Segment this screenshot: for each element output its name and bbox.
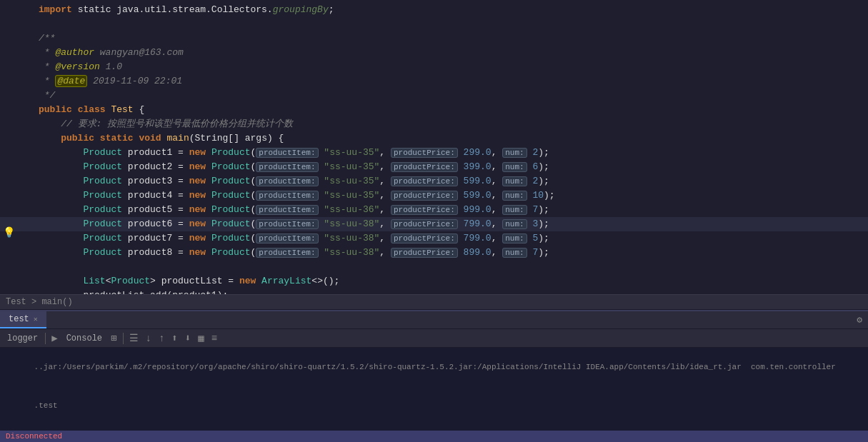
code-text: Product product6 = new Product(productIt… xyxy=(36,217,868,231)
code-line: * @date 2019-11-09 22:01 xyxy=(0,74,868,89)
code-line: /** xyxy=(0,31,868,46)
code-text: Product product2 = new Product(productIt… xyxy=(36,160,868,174)
code-text: * @date 2019-11-09 22:01 xyxy=(36,74,868,89)
code-line: public static void main(String[] args) { xyxy=(0,131,868,146)
code-line: Product product2 = new Product(productIt… xyxy=(0,160,868,174)
code-text: import static java.util.stream.Collector… xyxy=(36,3,868,17)
code-line: Product product8 = new Product(productIt… xyxy=(0,246,868,260)
run-tabs: test ✕ ⚙ xyxy=(0,311,868,329)
status-bar: Disconnected xyxy=(0,431,868,442)
code-line: Product product5 = new Product(productIt… xyxy=(0,203,868,217)
code-text: * @version 1.0 xyxy=(36,60,868,74)
clear-icon[interactable]: ☰ xyxy=(126,331,141,346)
code-line xyxy=(0,260,868,274)
run-tab-test[interactable]: test ✕ xyxy=(0,311,46,328)
code-text: Product product1 = new Product(productIt… xyxy=(36,146,868,160)
code-line: Product product4 = new Product(productIt… xyxy=(0,189,868,203)
bottom-panel: test ✕ ⚙ logger ▶ Console ⊞ ☰ ↓ ↑ ⬆ ⬇ ▦ … xyxy=(0,310,868,442)
code-text: productList.add(product1); xyxy=(36,288,868,294)
code-line-highlighted: 💡 Product product6 = new Product(product… xyxy=(0,217,868,231)
code-text: // 要求: 按照型号和该型号最低价价格分组并统计个数 xyxy=(36,117,868,131)
move-up-icon[interactable]: ⬆ xyxy=(169,331,180,346)
logger-label[interactable]: logger xyxy=(3,332,42,345)
settings-icon[interactable]: ⚙ xyxy=(851,311,868,328)
console-toolbar: logger ▶ Console ⊞ ☰ ↓ ↑ ⬆ ⬇ ▦ ≡ xyxy=(0,329,868,348)
play-icon[interactable]: ▶ xyxy=(49,331,60,346)
disconnected-status: Disconnected xyxy=(6,432,62,441)
code-line: * @author wangyan@163.com xyxy=(0,46,868,60)
code-text: List<Product> productList = new ArrayLis… xyxy=(36,274,868,288)
code-line: Product product1 = new Product(productIt… xyxy=(0,146,868,160)
move-down-icon[interactable]: ⬇ xyxy=(182,331,194,346)
code-text: * @author wangyan@163.com xyxy=(36,46,868,60)
breadcrumb-text: Test > main() xyxy=(6,297,73,307)
close-tab-icon[interactable]: ✕ xyxy=(34,315,38,323)
code-line: * @version 1.0 xyxy=(0,60,868,74)
code-text: Product product5 = new Product(productIt… xyxy=(36,203,868,217)
code-line: List<Product> productList = new ArrayLis… xyxy=(0,274,868,288)
grid-icon[interactable]: ▦ xyxy=(195,331,206,346)
code-editor[interactable]: import static java.util.stream.Collector… xyxy=(0,0,868,294)
console-output[interactable]: ..jar:/Users/parkim/.m2/repository/org/a… xyxy=(0,348,868,431)
code-line: public class Test { xyxy=(0,103,868,117)
code-text: */ xyxy=(36,89,868,103)
code-line: Product product7 = new Product(productIt… xyxy=(0,231,868,246)
code-text: /** xyxy=(36,31,868,46)
layout-icon[interactable]: ≡ xyxy=(209,331,220,346)
code-text: public static void main(String[] args) { xyxy=(36,131,868,146)
console-connected-line: Connected to the target VM, address: '12… xyxy=(0,425,868,431)
code-line: import static java.util.stream.Collector… xyxy=(0,3,868,17)
console-test-line: .test xyxy=(0,386,868,425)
code-text: Product product3 = new Product(productIt… xyxy=(36,174,868,189)
code-line: */ xyxy=(0,89,868,103)
console-jar-line: ..jar:/Users/parkim/.m2/repository/org/a… xyxy=(0,348,868,386)
code-text: Product product7 = new Product(productIt… xyxy=(36,231,868,246)
code-text: Product product4 = new Product(productIt… xyxy=(36,189,868,203)
code-line: Product product3 = new Product(productIt… xyxy=(0,174,868,189)
code-text: Product product8 = new Product(productIt… xyxy=(36,246,868,260)
code-line xyxy=(0,17,868,31)
scroll-up-icon[interactable]: ↑ xyxy=(156,331,167,346)
scroll-down-icon[interactable]: ↓ xyxy=(143,331,154,346)
breadcrumb: Test > main() xyxy=(0,294,868,310)
code-text: public class Test { xyxy=(36,103,868,117)
toolbar-separator xyxy=(45,333,46,344)
console-label[interactable]: Console xyxy=(62,332,106,345)
console-toggle-icon[interactable]: ⊞ xyxy=(108,331,119,346)
code-line: // 要求: 按照型号和该型号最低价价格分组并统计个数 xyxy=(0,117,868,131)
code-content: import static java.util.stream.Collector… xyxy=(0,0,868,294)
run-tab-label: test xyxy=(9,314,29,324)
code-line: productList.add(product1); xyxy=(0,288,868,294)
toolbar-separator-2 xyxy=(123,333,124,344)
